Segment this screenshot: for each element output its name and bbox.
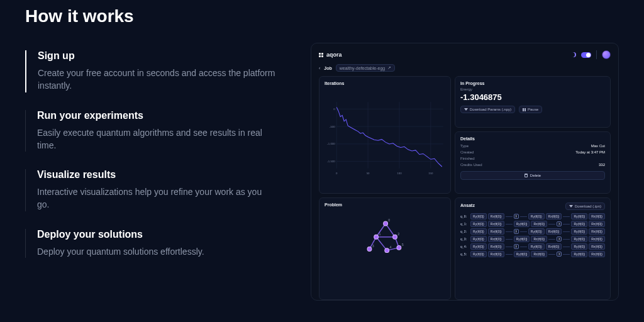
- brand: aqora: [319, 52, 342, 58]
- problem-title: Problem: [325, 203, 445, 207]
- separator: [596, 50, 597, 59]
- app-top-bar: aqora: [319, 50, 611, 60]
- pause-button[interactable]: Pause: [519, 106, 542, 113]
- svg-text:5: 5: [402, 243, 404, 247]
- detail-row: TypeMax Cut: [460, 143, 605, 149]
- svg-text:-500: -500: [330, 125, 335, 128]
- progress-sub: Energy: [460, 87, 605, 91]
- details-title: Details: [460, 136, 605, 141]
- download-ansatz-button[interactable]: Download (.ipn): [565, 203, 605, 210]
- ansatz-title: Ansatz: [460, 203, 475, 208]
- svg-text:150: 150: [428, 172, 433, 175]
- iterations-chart: 0-500-1,000-1,500050100150: [325, 87, 445, 188]
- progress-value: -1.3046875: [460, 92, 605, 102]
- progress-label: In Progress: [460, 81, 605, 86]
- step-run-experiments[interactable]: Run your experiments Easily execute quan…: [25, 110, 296, 152]
- iterations-card: Iterations 0-500-1,000-1,500050100150: [319, 76, 451, 194]
- link-out-icon: ↗: [387, 65, 391, 70]
- detail-row: CreatedToday at 3:47 PM: [460, 149, 605, 155]
- svg-text:-1,000: -1,000: [327, 142, 335, 145]
- svg-text:0: 0: [336, 172, 338, 175]
- step-title: Sign up: [38, 50, 296, 62]
- step-desc: Interactive visualizations help you refi…: [37, 186, 276, 211]
- moon-icon: [571, 52, 576, 57]
- progress-card: In Progress Energy -1.3046875 Download P…: [455, 76, 611, 128]
- section-title: How it works: [25, 6, 296, 26]
- svg-point-25: [374, 235, 379, 239]
- svg-text:4: 4: [389, 245, 391, 249]
- ansatz-row: q_4:Ry(θ[0])Rz(θ[0])XRy(θ[0])Rz(θ[0])Ry(…: [460, 243, 605, 250]
- ansatz-row: q_5:Ry(θ[0])Rz(θ[0])Ry(θ[0])Rz(θ[0])XRy(…: [460, 251, 605, 257]
- trash-icon: [525, 174, 528, 177]
- download-icon: [464, 108, 468, 111]
- svg-text:1: 1: [379, 232, 380, 236]
- breadcrumb: ‹ Job wealthy-defectable-egg ↗: [319, 64, 611, 72]
- ansatz-row: q_3:Ry(θ[0])Rz(θ[0])Ry(θ[0])Rz(θ[0])XRy(…: [460, 236, 605, 242]
- ansatz-row: q_2:Ry(θ[0])Rz(θ[0])XRy(θ[0])Rz(θ[0])Ry(…: [460, 228, 605, 235]
- svg-point-27: [393, 235, 397, 239]
- svg-point-33: [397, 245, 401, 250]
- theme-toggle[interactable]: [581, 52, 591, 58]
- job-name-pill[interactable]: wealthy-defectable-egg ↗: [336, 64, 395, 72]
- step-title: Visualize results: [37, 169, 296, 180]
- steps-list: Sign up Create your free account in seco…: [25, 50, 296, 258]
- iterations-title: Iterations: [325, 81, 445, 86]
- detail-row: Finished: [460, 155, 605, 162]
- avatar[interactable]: [602, 50, 611, 59]
- step-title: Run your experiments: [37, 110, 296, 121]
- svg-text:100: 100: [397, 172, 402, 175]
- download-params-label: Download Params (.npy): [470, 108, 511, 111]
- delete-label: Delete: [530, 174, 541, 177]
- step-sign-up[interactable]: Sign up Create your free account in seco…: [25, 50, 296, 92]
- step-desc: Easily execute quantum algorithms and se…: [37, 126, 276, 152]
- svg-point-31: [385, 248, 389, 253]
- svg-point-23: [384, 221, 388, 226]
- brand-name: aqora: [326, 52, 342, 58]
- svg-line-19: [376, 237, 387, 250]
- problem-graph: 012345: [325, 209, 445, 259]
- download-params-button[interactable]: Download Params (.npy): [460, 106, 515, 113]
- svg-text:3: 3: [372, 244, 374, 248]
- svg-text:2: 2: [397, 232, 399, 236]
- app-preview: aqora ‹ Job wealthy-defectable-egg ↗: [311, 43, 619, 301]
- download-ansatz-label: Download (.ipn): [575, 204, 601, 208]
- step-desc: Deploy your quantum solutions effortless…: [37, 245, 276, 258]
- svg-text:0: 0: [333, 108, 335, 111]
- svg-text:50: 50: [367, 172, 370, 175]
- ansatz-row: q_0:Ry(θ[0])Rz(θ[0])XRy(θ[0])Rz(θ[0])Ry(…: [460, 213, 605, 219]
- step-deploy[interactable]: Deploy your solutions Deploy your quantu…: [25, 229, 296, 258]
- svg-text:-1,500: -1,500: [327, 160, 335, 163]
- pause-icon: [523, 108, 526, 111]
- svg-point-29: [367, 247, 372, 252]
- delete-button[interactable]: Delete: [460, 171, 605, 180]
- detail-row: Credits Used332: [460, 162, 605, 168]
- ansatz-card: Ansatz Download (.ipn) q_0:Ry(θ[0])Rz(θ[…: [455, 197, 611, 300]
- step-desc: Create your free account in seconds and …: [38, 67, 277, 92]
- step-visualize-results[interactable]: Visualize results Interactive visualizat…: [25, 169, 296, 211]
- download-icon: [569, 205, 573, 208]
- brand-logo-icon: [319, 53, 323, 57]
- problem-card: Problem 012345: [319, 197, 451, 300]
- details-card: Details TypeMax CutCreatedToday at 3:47 …: [455, 131, 611, 194]
- breadcrumb-section: Job: [324, 66, 331, 70]
- job-name: wealthy-defectable-egg: [340, 66, 385, 70]
- pause-label: Pause: [528, 108, 538, 111]
- ansatz-row: q_1:Ry(θ[0])Rz(θ[0])Ry(θ[0])Rz(θ[0])XRy(…: [460, 221, 605, 227]
- back-chevron-icon[interactable]: ‹: [319, 66, 320, 70]
- step-title: Deploy your solutions: [37, 229, 296, 240]
- svg-text:0: 0: [388, 218, 390, 222]
